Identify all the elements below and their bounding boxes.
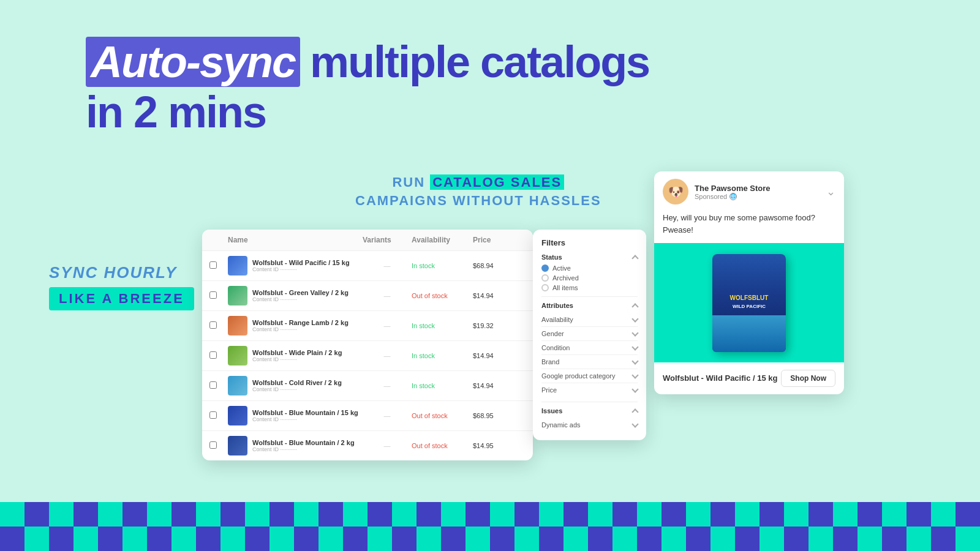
- row-checkbox[interactable]: [209, 321, 228, 331]
- campaigns-section: Run Catalog Sales campaigns without hass…: [355, 174, 601, 209]
- attribute-expand-icon[interactable]: [631, 315, 638, 322]
- product-cell: Wolfsblut - Wild Pacific / 15 kg Content…: [228, 256, 363, 276]
- checker-cell: [74, 527, 98, 551]
- attributes-collapse-icon[interactable]: [631, 303, 638, 310]
- filter-status-option[interactable]: Active: [541, 264, 638, 272]
- attribute-expand-icon[interactable]: [631, 343, 638, 350]
- headline-autosync: Auto-sync: [86, 37, 300, 87]
- availability-cell: Out of stock: [412, 292, 473, 299]
- filter-attribute-item[interactable]: Google product category: [541, 369, 638, 383]
- shop-now-button[interactable]: Shop Now: [781, 370, 835, 387]
- checker-cell: [710, 527, 735, 551]
- filter-attribute-item[interactable]: Gender: [541, 327, 638, 341]
- checker-cell: [417, 502, 441, 527]
- product-cell: Wolfsblut - Green Valley / 2 kg Content …: [228, 286, 363, 305]
- checker-cell: [270, 527, 294, 551]
- filter-attribute-item[interactable]: Brand: [541, 355, 638, 369]
- row-checkbox[interactable]: [209, 351, 228, 361]
- checker-cell: [735, 527, 760, 551]
- price-cell: $68.95: [473, 412, 516, 419]
- checker-cell: [466, 502, 490, 527]
- availability-cell: In stock: [412, 382, 473, 389]
- row-checkbox[interactable]: [209, 381, 228, 391]
- status-option-label: Active: [552, 264, 571, 272]
- issue-expand-icon[interactable]: [631, 421, 638, 427]
- attribute-label: Brand: [541, 358, 559, 365]
- checker-cell: [931, 502, 956, 527]
- checker-cell: [858, 502, 882, 527]
- product-bag-text: WILD PACIFIC: [730, 301, 768, 312]
- availability-cell: In stock: [412, 322, 473, 329]
- header-name: Name: [228, 236, 363, 244]
- ad-avatar: 🐶: [663, 179, 688, 204]
- row-checkbox[interactable]: [209, 261, 228, 271]
- attribute-expand-icon[interactable]: [631, 372, 638, 378]
- checker-cell: [98, 502, 123, 527]
- filter-attributes-header[interactable]: Attributes: [541, 302, 638, 309]
- header-availability: Availability: [412, 236, 473, 244]
- header-checkbox: [209, 236, 228, 244]
- checker-cell: [710, 502, 735, 527]
- product-thumbnail: [228, 406, 247, 425]
- radio-dot: [541, 284, 549, 291]
- product-cell: Wolfsblut - Blue Mountain / 15 kg Conten…: [228, 406, 363, 425]
- checker-cell: [612, 527, 637, 551]
- price-cell: $14.95: [473, 442, 516, 449]
- row-checkbox[interactable]: [209, 441, 228, 451]
- campaigns-line2: campaigns without hassles: [355, 193, 601, 209]
- table-row: Wolfsblut - Cold River / 2 kg Content ID…: [202, 371, 533, 401]
- table-row: Wolfsblut - Wide Plain / 2 kg Content ID…: [202, 341, 533, 371]
- sync-title: Sync hourly: [49, 263, 194, 282]
- filter-issue-item[interactable]: Dynamic ads: [541, 418, 638, 432]
- table-row: Wolfsblut - Blue Mountain / 2 kg Content…: [202, 431, 533, 460]
- attribute-expand-icon[interactable]: [631, 358, 638, 364]
- filter-attribute-item[interactable]: Price: [541, 383, 638, 397]
- ad-chevron-icon[interactable]: ⌄: [826, 185, 835, 198]
- header-variants: Variants: [363, 236, 412, 244]
- filter-status-header[interactable]: Status: [541, 253, 638, 261]
- table-row: Wolfsblut - Blue Mountain / 15 kg Conten…: [202, 401, 533, 431]
- filter-attribute-item[interactable]: Availability: [541, 313, 638, 327]
- ad-product-image: WOLFSBLUT WILD PACIFIC: [654, 243, 844, 362]
- filter-status-label: Status: [541, 253, 562, 261]
- checker-cell: [564, 527, 588, 551]
- availability-cell: In stock: [412, 262, 473, 269]
- attribute-label: Google product category: [541, 372, 615, 380]
- headline-rest: multiple catalogs: [310, 37, 649, 87]
- checker-cell: [318, 502, 343, 527]
- headline-section: Auto-sync multiple catalogs in 2 mins: [86, 37, 649, 137]
- row-checkbox[interactable]: [209, 411, 228, 421]
- variants-cell: —: [363, 412, 412, 419]
- attribute-label: Availability: [541, 316, 573, 323]
- checker-cell: [686, 502, 710, 527]
- row-checkbox[interactable]: [209, 291, 228, 301]
- checker-cell: [441, 527, 466, 551]
- filter-issues-header[interactable]: Issues: [541, 407, 638, 414]
- product-cell: Wolfsblut - Blue Mountain / 2 kg Content…: [228, 436, 363, 455]
- checker-cell: [833, 527, 858, 551]
- checker-row1: [0, 502, 980, 527]
- product-info: Wolfsblut - Blue Mountain / 15 kg Conten…: [252, 409, 358, 422]
- checker-cell: [417, 527, 441, 551]
- filter-status-option[interactable]: All items: [541, 284, 638, 291]
- checker-cell: [24, 527, 49, 551]
- product-bag-brand: WOLFSBLUT: [730, 294, 769, 301]
- filter-attribute-item[interactable]: Condition: [541, 341, 638, 355]
- ad-sponsored-label: Sponsored: [695, 193, 727, 200]
- checker-cell: [539, 502, 564, 527]
- status-collapse-icon[interactable]: [631, 255, 638, 261]
- product-cell: Wolfsblut - Cold River / 2 kg Content ID…: [228, 376, 363, 395]
- checker-cell: [637, 502, 662, 527]
- availability-cell: Out of stock: [412, 412, 473, 419]
- status-option-label: Archived: [552, 274, 579, 282]
- headline-line2: in 2 mins: [86, 87, 649, 137]
- attribute-expand-icon[interactable]: [631, 386, 638, 392]
- radio-dot: [541, 274, 549, 282]
- attribute-expand-icon[interactable]: [631, 329, 638, 336]
- header-price: Price: [473, 236, 516, 244]
- attribute-label: Gender: [541, 330, 564, 337]
- checker-cell: [98, 527, 123, 551]
- price-cell: $68.94: [473, 262, 516, 269]
- filter-status-option[interactable]: Archived: [541, 274, 638, 282]
- issues-collapse-icon[interactable]: [631, 408, 638, 415]
